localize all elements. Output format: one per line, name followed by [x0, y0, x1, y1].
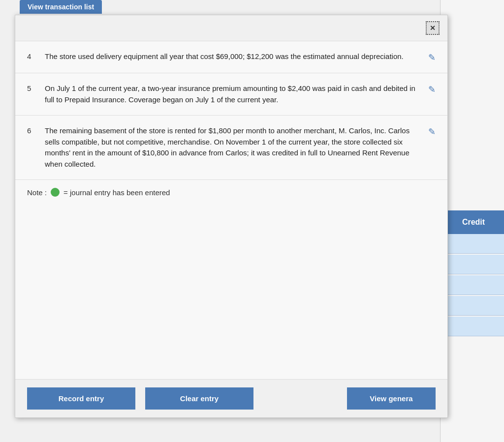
right-panel-rows	[443, 234, 504, 337]
right-panel-row	[443, 296, 504, 316]
transaction-text-4: The store used delivery equipment all ye…	[45, 51, 420, 62]
transaction-text-5: On July 1 of the current year, a two-yea…	[45, 83, 420, 105]
edit-icon-4[interactable]: ✎	[428, 52, 436, 63]
transaction-row-6: 6 The remaining basement of the store is…	[15, 116, 447, 180]
transaction-text-6: The remaining basement of the store is r…	[45, 125, 420, 170]
edit-icon-6[interactable]: ✎	[428, 126, 436, 137]
modal-dialog: ✕ 4 The store used delivery equipment al…	[15, 15, 448, 418]
credit-label: Credit	[462, 218, 485, 227]
credit-header: Credit	[443, 210, 504, 234]
right-panel-row	[443, 275, 504, 295]
modal-footer: Record entry Clear entry View genera	[15, 379, 447, 417]
edit-icon-5[interactable]: ✎	[428, 84, 436, 95]
right-panel-row	[443, 255, 504, 274]
right-panel-row	[443, 317, 504, 336]
transaction-number-4: 4	[27, 52, 39, 60]
transaction-row-5: 5 On July 1 of the current year, a two-y…	[15, 73, 447, 116]
modal-header: ✕	[15, 15, 447, 41]
clear-entry-button[interactable]: Clear entry	[145, 387, 253, 410]
note-prefix: Note :	[27, 188, 47, 197]
green-dot-icon	[51, 188, 60, 197]
note-section: Note : = journal entry has been entered	[15, 180, 447, 205]
transaction-number-5: 5	[27, 84, 39, 92]
transaction-number-6: 6	[27, 126, 39, 135]
note-suffix: = journal entry has been entered	[63, 188, 170, 197]
modal-content: 4 The store used delivery equipment all …	[15, 41, 447, 379]
view-general-button[interactable]: View genera	[347, 387, 436, 410]
close-icon: ✕	[430, 24, 436, 32]
right-panel: Credit	[440, 0, 504, 442]
transaction-row-4: 4 The store used delivery equipment all …	[15, 41, 447, 73]
right-panel-row	[443, 234, 504, 254]
view-transaction-button[interactable]: View transaction list	[20, 0, 102, 14]
close-button[interactable]: ✕	[426, 21, 440, 35]
record-entry-button[interactable]: Record entry	[27, 387, 135, 410]
